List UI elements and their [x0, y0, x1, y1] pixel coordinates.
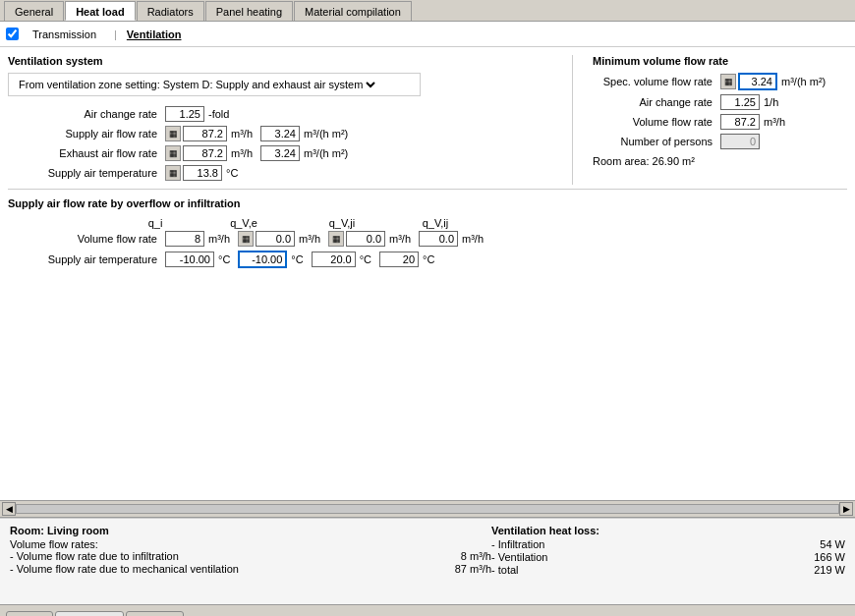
volume-flow-rate-min-unit: m³/h [764, 116, 785, 128]
overflow-title: Supply air flow rate by overflow or infi… [8, 197, 847, 209]
horizontal-scrollbar[interactable]: ◀ ▶ [0, 500, 855, 518]
col-header-qvji: q_V,ji [293, 217, 391, 229]
volume-flow-rate-min-input[interactable] [720, 114, 760, 130]
infiltration-flow-label: - Volume flow rate due to infiltration [10, 550, 179, 562]
exhaust-air-flow-rate-input1[interactable] [183, 145, 227, 161]
supply-air-flow-rate-input1[interactable] [183, 126, 227, 141]
ventilation-system-select[interactable]: From ventilation zone setting: System D:… [15, 78, 378, 91]
overflow-section: Supply air flow rate by overflow or infi… [8, 189, 847, 268]
ventilation-system-title: Ventilation system [8, 55, 562, 67]
supply-air-flow-rate-input2[interactable] [260, 126, 300, 141]
scroll-track[interactable] [16, 504, 839, 514]
volume-flow-rate-min-row: Volume flow rate m³/h [593, 114, 847, 130]
bottom-tab-bar: Log Results Notes [0, 604, 855, 616]
ventilation-heat-value: 166 W [786, 551, 845, 563]
overflow-temp-label: Supply air temperature [8, 253, 165, 265]
exhaust-air-flow-rate-row: Exhaust air flow rate ▦ m³/h m³/(h m²) [8, 145, 562, 161]
spec-volume-icon[interactable]: ▦ [720, 74, 736, 89]
supply-air-unit2: m³/(h m²) [304, 128, 348, 140]
overflow-vol-qve-input[interactable] [256, 231, 295, 247]
min-volume-flow-rate-title: Minimum volume flow rate [593, 55, 847, 67]
vent-heat-loss-title: Ventilation heat loss: [491, 525, 845, 536]
exhaust-air-icon[interactable]: ▦ [165, 145, 181, 161]
overflow-vol-qve-unit: m³/h [299, 233, 320, 245]
spec-volume-flow-input[interactable] [738, 73, 777, 90]
air-change-rate-min-row: Air change rate 1/h [593, 94, 847, 110]
air-change-rate-label: Air change rate [8, 108, 165, 120]
col-header-qve: q_V,e [195, 217, 293, 229]
overflow-vol-qvij-unit: m³/h [462, 233, 484, 245]
infiltration-flow-value: 8 m³/h [461, 550, 491, 562]
right-column: Minimum volume flow rate Spec. volume fl… [572, 55, 847, 185]
overflow-temp-qvji-unit: °C [360, 253, 371, 265]
supply-air-flow-rate-row: Supply air flow rate ▦ m³/h m³/(h m²) [8, 126, 562, 141]
ventilation-system-dropdown-box: From ventilation zone setting: System D:… [8, 73, 421, 96]
exhaust-air-flow-rate-input2[interactable] [260, 145, 300, 161]
ventilation-heat-label: - Ventilation [491, 551, 547, 563]
air-change-rate-min-unit: 1/h [764, 96, 778, 108]
transmission-checkbox[interactable] [6, 28, 19, 40]
two-column-layout: Ventilation system From ventilation zone… [8, 55, 847, 185]
air-change-rate-min-label: Air change rate [593, 96, 720, 108]
overflow-temp-qvji-input[interactable] [312, 252, 356, 267]
overflow-vol-qvij-input[interactable] [419, 231, 458, 247]
supply-air-temp-unit: °C [226, 167, 238, 179]
overflow-volume-label: Volume flow rate [8, 233, 165, 245]
spec-volume-flow-row: Spec. volume flow rate ▦ m³/(h m²) [593, 73, 847, 90]
air-change-rate-unit: -fold [208, 108, 229, 120]
tab-log[interactable]: Log [6, 611, 53, 617]
transmission-checkbox-wrapper[interactable]: Transmission [6, 27, 106, 42]
overflow-col-headers: q_i q_V,e q_V,ji q_V,ij [116, 217, 847, 229]
overflow-temp-row: Supply air temperature °C °C °C °C [8, 251, 847, 268]
exhaust-air-flow-rate-label: Exhaust air flow rate [8, 147, 165, 159]
ventilation-tab[interactable]: Ventilation [117, 27, 192, 42]
overflow-temp-qve-unit: °C [291, 253, 303, 265]
sub-header: Transmission | Ventilation [0, 22, 855, 47]
total-heat-row: - total 219 W [491, 564, 845, 576]
supply-air-flow-rate-label: Supply air flow rate [8, 128, 165, 140]
total-heat-label: - total [491, 564, 519, 576]
tab-radiators[interactable]: Radiators [137, 1, 204, 21]
supply-air-temp-row: Supply air temperature ▦ °C [8, 165, 562, 181]
tab-panel-heating[interactable]: Panel heating [205, 1, 293, 21]
supply-air-temp-input[interactable] [183, 165, 222, 181]
supply-air-icon[interactable]: ▦ [165, 126, 181, 141]
supply-air-temp-icon[interactable]: ▦ [165, 165, 181, 181]
overflow-temp-qvij-unit: °C [423, 253, 434, 265]
mechanical-vent-value: 87 m³/h [455, 563, 491, 575]
spec-volume-flow-label: Spec. volume flow rate [593, 76, 720, 87]
infiltration-heat-row: - Infiltration 54 W [491, 538, 845, 550]
supply-air-unit1: m³/h [231, 128, 253, 140]
air-change-rate-input[interactable] [165, 106, 204, 122]
overflow-vol-qvji-input[interactable] [346, 231, 385, 247]
info-left: Room: Living room Volume flow rates: - V… [10, 525, 491, 598]
main-content: Ventilation system From ventilation zone… [0, 47, 855, 500]
overflow-vol-qve-icon[interactable]: ▦ [238, 231, 254, 247]
scroll-left-arrow[interactable]: ◀ [2, 502, 16, 516]
tab-notes[interactable]: Notes [126, 611, 184, 617]
overflow-vol-qvji-icon[interactable]: ▦ [328, 231, 344, 247]
supply-air-temp-label: Supply air temperature [8, 167, 165, 179]
overflow-temp-qi-input[interactable] [165, 252, 214, 267]
air-change-rate-row: Air change rate -fold [8, 106, 562, 122]
tab-heat-load[interactable]: Heat load [65, 1, 136, 21]
left-column: Ventilation system From ventilation zone… [8, 55, 572, 185]
scroll-right-arrow[interactable]: ▶ [839, 502, 853, 516]
transmission-tab[interactable]: Transmission [23, 27, 106, 42]
total-heat-value: 219 W [786, 564, 845, 576]
overflow-vol-qi-input[interactable] [165, 231, 204, 247]
tab-material-compilation[interactable]: Material compilation [294, 1, 412, 21]
tab-results[interactable]: Results [55, 611, 124, 617]
overflow-temp-qve-input[interactable] [238, 251, 287, 268]
volume-flow-rates-title: Volume flow rates: [10, 538, 491, 550]
number-of-persons-input[interactable] [720, 134, 760, 149]
spec-volume-unit: m³/(h m²) [781, 76, 826, 87]
infiltration-flow-row: - Volume flow rate due to infiltration 8… [10, 550, 491, 562]
exhaust-air-unit2: m³/(h m²) [304, 147, 348, 159]
tab-general[interactable]: General [4, 1, 64, 21]
number-of-persons-row: Number of persons [593, 134, 847, 149]
top-tab-bar: General Heat load Radiators Panel heatin… [0, 0, 855, 22]
overflow-temp-qvij-input[interactable] [379, 252, 419, 267]
air-change-rate-min-input[interactable] [720, 94, 760, 110]
overflow-volume-row: Volume flow rate m³/h ▦ m³/h ▦ m³/h m³/h [8, 231, 847, 247]
